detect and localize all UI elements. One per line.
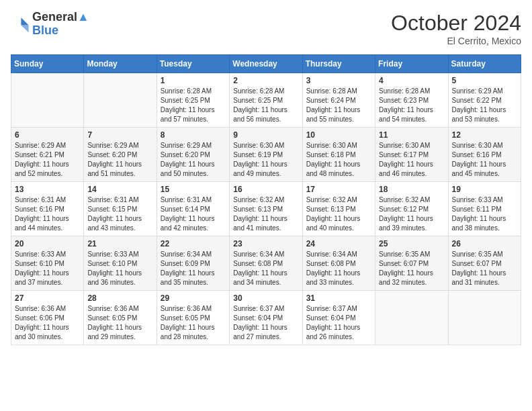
logo-icon <box>11 15 30 34</box>
day-number: 2 <box>233 76 298 85</box>
day-info: Sunrise: 6:28 AMSunset: 6:25 PMDaylight:… <box>161 87 226 124</box>
day-info: Sunrise: 6:29 AMSunset: 6:20 PMDaylight:… <box>87 141 152 179</box>
day-info: Sunrise: 6:34 AMSunset: 6:08 PMDaylight:… <box>233 250 298 287</box>
day-number: 20 <box>15 239 80 248</box>
calendar-cell: 16Sunrise: 6:32 AMSunset: 6:13 PMDayligh… <box>230 182 302 236</box>
calendar-cell: 18Sunrise: 6:32 AMSunset: 6:12 PMDayligh… <box>375 182 448 236</box>
day-info: Sunrise: 6:30 AMSunset: 6:19 PMDaylight:… <box>233 141 298 179</box>
day-info: Sunrise: 6:29 AMSunset: 6:22 PMDaylight:… <box>452 87 517 124</box>
calendar-week-row: 27Sunrise: 6:36 AMSunset: 6:06 PMDayligh… <box>11 291 521 345</box>
calendar-cell: 7Sunrise: 6:29 AMSunset: 6:20 PMDaylight… <box>84 128 157 182</box>
day-number: 27 <box>15 293 80 303</box>
calendar-cell: 17Sunrise: 6:32 AMSunset: 6:13 PMDayligh… <box>302 182 375 236</box>
calendar-cell: 22Sunrise: 6:34 AMSunset: 6:09 PMDayligh… <box>157 236 229 291</box>
day-info: Sunrise: 6:28 AMSunset: 6:25 PMDaylight:… <box>233 87 298 124</box>
day-number: 1 <box>161 76 226 85</box>
day-number: 21 <box>87 239 152 248</box>
calendar-cell: 2Sunrise: 6:28 AMSunset: 6:25 PMDaylight… <box>230 73 302 128</box>
day-number: 14 <box>87 185 152 194</box>
day-info: Sunrise: 6:33 AMSunset: 6:10 PMDaylight:… <box>87 250 152 287</box>
calendar-cell: 14Sunrise: 6:31 AMSunset: 6:15 PMDayligh… <box>84 182 157 236</box>
calendar-cell: 11Sunrise: 6:30 AMSunset: 6:17 PMDayligh… <box>375 128 448 182</box>
calendar-cell <box>84 73 157 128</box>
day-number: 11 <box>379 130 444 140</box>
day-number: 18 <box>379 185 444 194</box>
calendar-cell <box>448 291 521 345</box>
calendar-cell: 15Sunrise: 6:31 AMSunset: 6:14 PMDayligh… <box>157 182 229 236</box>
day-info: Sunrise: 6:34 AMSunset: 6:09 PMDaylight:… <box>161 250 226 287</box>
calendar-cell: 25Sunrise: 6:35 AMSunset: 6:07 PMDayligh… <box>375 236 448 291</box>
day-info: Sunrise: 6:36 AMSunset: 6:05 PMDaylight:… <box>161 304 226 342</box>
day-number: 8 <box>161 130 226 140</box>
logo: General▲ Blue <box>11 11 89 38</box>
day-info: Sunrise: 6:29 AMSunset: 6:20 PMDaylight:… <box>161 141 226 179</box>
calendar-cell: 1Sunrise: 6:28 AMSunset: 6:25 PMDaylight… <box>157 73 229 128</box>
calendar-cell: 8Sunrise: 6:29 AMSunset: 6:20 PMDaylight… <box>157 128 229 182</box>
day-info: Sunrise: 6:29 AMSunset: 6:21 PMDaylight:… <box>15 141 80 179</box>
day-info: Sunrise: 6:28 AMSunset: 6:23 PMDaylight:… <box>379 87 444 124</box>
day-number: 28 <box>87 293 152 303</box>
weekday-header: Thursday <box>302 55 375 73</box>
calendar-cell: 23Sunrise: 6:34 AMSunset: 6:08 PMDayligh… <box>230 236 302 291</box>
title-block: October 2024 El Cerrito, Mexico <box>391 11 521 46</box>
calendar-cell: 29Sunrise: 6:36 AMSunset: 6:05 PMDayligh… <box>157 291 229 345</box>
calendar-cell: 3Sunrise: 6:28 AMSunset: 6:24 PMDaylight… <box>302 73 375 128</box>
day-info: Sunrise: 6:31 AMSunset: 6:16 PMDaylight:… <box>15 195 80 233</box>
day-number: 3 <box>306 76 371 85</box>
weekday-header: Friday <box>375 55 448 73</box>
calendar-cell: 30Sunrise: 6:37 AMSunset: 6:04 PMDayligh… <box>230 291 302 345</box>
calendar-cell: 21Sunrise: 6:33 AMSunset: 6:10 PMDayligh… <box>84 236 157 291</box>
day-info: Sunrise: 6:35 AMSunset: 6:07 PMDaylight:… <box>379 250 444 287</box>
calendar-cell <box>375 291 448 345</box>
calendar-week-row: 1Sunrise: 6:28 AMSunset: 6:25 PMDaylight… <box>11 73 521 128</box>
day-info: Sunrise: 6:32 AMSunset: 6:13 PMDaylight:… <box>306 195 371 233</box>
calendar-cell: 19Sunrise: 6:33 AMSunset: 6:11 PMDayligh… <box>448 182 521 236</box>
logo-text: General▲ Blue <box>32 11 89 38</box>
calendar-cell: 9Sunrise: 6:30 AMSunset: 6:19 PMDaylight… <box>230 128 302 182</box>
day-number: 9 <box>233 130 298 140</box>
day-number: 12 <box>452 130 517 140</box>
day-number: 23 <box>233 239 298 248</box>
day-info: Sunrise: 6:30 AMSunset: 6:16 PMDaylight:… <box>452 141 517 179</box>
day-number: 16 <box>233 185 298 194</box>
day-number: 29 <box>161 293 226 303</box>
day-info: Sunrise: 6:33 AMSunset: 6:11 PMDaylight:… <box>452 195 517 233</box>
location: El Cerrito, Mexico <box>391 36 521 46</box>
day-info: Sunrise: 6:30 AMSunset: 6:18 PMDaylight:… <box>306 141 371 179</box>
day-number: 26 <box>452 239 517 248</box>
day-info: Sunrise: 6:32 AMSunset: 6:12 PMDaylight:… <box>379 195 444 233</box>
day-number: 10 <box>306 130 371 140</box>
day-number: 17 <box>306 185 371 194</box>
weekday-header: Tuesday <box>157 55 229 73</box>
day-info: Sunrise: 6:34 AMSunset: 6:08 PMDaylight:… <box>306 250 371 287</box>
calendar-table: SundayMondayTuesdayWednesdayThursdayFrid… <box>11 54 521 345</box>
day-info: Sunrise: 6:36 AMSunset: 6:05 PMDaylight:… <box>87 304 152 342</box>
calendar-cell: 5Sunrise: 6:29 AMSunset: 6:22 PMDaylight… <box>448 73 521 128</box>
calendar-week-row: 13Sunrise: 6:31 AMSunset: 6:16 PMDayligh… <box>11 182 521 236</box>
day-number: 7 <box>87 130 152 140</box>
calendar-cell: 24Sunrise: 6:34 AMSunset: 6:08 PMDayligh… <box>302 236 375 291</box>
day-info: Sunrise: 6:30 AMSunset: 6:17 PMDaylight:… <box>379 141 444 179</box>
calendar-cell: 6Sunrise: 6:29 AMSunset: 6:21 PMDaylight… <box>11 128 84 182</box>
day-number: 19 <box>452 185 517 194</box>
calendar-week-row: 6Sunrise: 6:29 AMSunset: 6:21 PMDaylight… <box>11 128 521 182</box>
page-header: General▲ Blue October 2024 El Cerrito, M… <box>11 11 521 46</box>
calendar-cell: 4Sunrise: 6:28 AMSunset: 6:23 PMDaylight… <box>375 73 448 128</box>
day-info: Sunrise: 6:36 AMSunset: 6:06 PMDaylight:… <box>15 304 80 342</box>
calendar-cell: 26Sunrise: 6:35 AMSunset: 6:07 PMDayligh… <box>448 236 521 291</box>
weekday-header: Monday <box>84 55 157 73</box>
calendar-header-row: SundayMondayTuesdayWednesdayThursdayFrid… <box>11 55 521 73</box>
day-number: 5 <box>452 76 517 85</box>
day-number: 24 <box>306 239 371 248</box>
day-info: Sunrise: 6:31 AMSunset: 6:14 PMDaylight:… <box>161 195 226 233</box>
day-number: 25 <box>379 239 444 248</box>
month-title: October 2024 <box>391 11 521 36</box>
calendar-cell: 27Sunrise: 6:36 AMSunset: 6:06 PMDayligh… <box>11 291 84 345</box>
day-info: Sunrise: 6:37 AMSunset: 6:04 PMDaylight:… <box>306 304 371 342</box>
calendar-cell <box>11 73 84 128</box>
day-info: Sunrise: 6:37 AMSunset: 6:04 PMDaylight:… <box>233 304 298 342</box>
day-info: Sunrise: 6:33 AMSunset: 6:10 PMDaylight:… <box>15 250 80 287</box>
day-number: 30 <box>233 293 298 303</box>
calendar-cell: 28Sunrise: 6:36 AMSunset: 6:05 PMDayligh… <box>84 291 157 345</box>
svg-marker-1 <box>21 25 28 32</box>
